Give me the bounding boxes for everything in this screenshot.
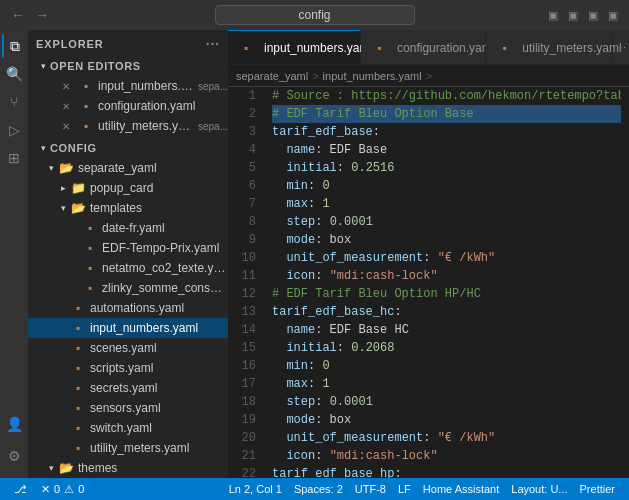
- yaml-icon-auto: ▪: [70, 300, 86, 316]
- warning-count: 0: [78, 483, 84, 495]
- folder-open-icon-templates: 📂: [70, 200, 86, 216]
- sensors-label: sensors.yaml: [90, 401, 161, 415]
- config-arrow: ▾: [36, 143, 50, 153]
- sidebar-tree: ▾ OPEN EDITORS ✕ ▪ input_numbers.yaml se…: [28, 56, 228, 478]
- line-number: 11: [228, 267, 256, 285]
- activity-search[interactable]: 🔍: [2, 62, 26, 86]
- activity-explorer[interactable]: ⧉: [2, 34, 26, 58]
- search-bar[interactable]: config: [215, 5, 415, 25]
- status-prettier[interactable]: Prettier: [574, 478, 621, 500]
- templates-arrow: ▾: [56, 203, 70, 213]
- line-number: 18: [228, 393, 256, 411]
- line-number: 9: [228, 231, 256, 249]
- line-number: 12: [228, 285, 256, 303]
- activity-source-control[interactable]: ⑂: [2, 90, 26, 114]
- status-language[interactable]: Home Assistant: [417, 478, 505, 500]
- tabs-overflow-button[interactable]: ···: [613, 30, 629, 64]
- sidebar-item-automations[interactable]: ▪ automations.yaml: [28, 298, 228, 318]
- layout-btn-2[interactable]: ▣: [565, 7, 581, 23]
- explorer-dots[interactable]: ···: [206, 36, 220, 52]
- sidebar-item-themes[interactable]: ▾ 📂 themes: [28, 458, 228, 478]
- status-errors[interactable]: ✕ 0 ⚠ 0: [35, 478, 90, 500]
- yaml-icon-date-fr: ▪: [82, 220, 98, 236]
- sidebar-item-secrets[interactable]: ▪ secrets.yaml: [28, 378, 228, 398]
- status-layout[interactable]: Layout: U...: [505, 478, 573, 500]
- explorer-title: EXPLORER: [36, 38, 104, 50]
- code-line: # EDF Tarif Bleu Option Base: [272, 105, 621, 123]
- open-editors-arrow: ▾: [36, 61, 50, 71]
- code-editor[interactable]: # Source : https://github.com/hekmon/rte…: [264, 87, 621, 478]
- sidebar-item-scenes[interactable]: ▪ scenes.yaml: [28, 338, 228, 358]
- title-bar-right: ▣ ▣ ▣ ▣: [545, 7, 621, 23]
- zlinky-label: zlinky_somme_conso.yaml: [102, 281, 228, 295]
- sidebar-item-scripts[interactable]: ▪ scripts.yaml: [28, 358, 228, 378]
- yaml-icon-switch: ▪: [70, 420, 86, 436]
- code-line: tarif_edf_base:: [272, 123, 621, 141]
- sidebar-item-edf-tempo[interactable]: ▪ EDF-Tempo-Prix.yaml: [28, 238, 228, 258]
- layout-btn-4[interactable]: ▣: [605, 7, 621, 23]
- breadcrumb-part-2[interactable]: input_numbers.yaml: [323, 70, 422, 82]
- nav-forward-button[interactable]: →: [32, 5, 52, 25]
- activity-extensions[interactable]: ⊞: [2, 146, 26, 170]
- activity-debug[interactable]: ▷: [2, 118, 26, 142]
- open-editors-label: OPEN EDITORS: [50, 60, 141, 72]
- oe-utility-item[interactable]: ✕ ▪ utility_meters.yaml sepa...: [28, 116, 228, 136]
- nav-buttons: ← →: [8, 5, 52, 25]
- activity-account[interactable]: 👤: [2, 412, 26, 436]
- open-editors-header[interactable]: ▾ OPEN EDITORS: [28, 56, 228, 76]
- code-line: initial: 0.2516: [272, 159, 621, 177]
- sidebar-item-input-numbers[interactable]: ▪ input_numbers.yaml: [28, 318, 228, 338]
- activity-bar: ⧉ 🔍 ⑂ ▷ ⊞ 👤 ⚙: [0, 30, 28, 478]
- status-spaces[interactable]: Spaces: 2: [288, 478, 349, 500]
- line-number: 16: [228, 357, 256, 375]
- sidebar-item-utility-meters[interactable]: ▪ utility_meters.yaml: [28, 438, 228, 458]
- breadcrumb-part-1[interactable]: separate_yaml: [236, 70, 308, 82]
- sidebar-item-date-fr[interactable]: ▪ date-fr.yaml: [28, 218, 228, 238]
- status-encoding[interactable]: UTF-8: [349, 478, 392, 500]
- sidebar-item-popup[interactable]: ▸ 📁 popup_card: [28, 178, 228, 198]
- config-label: CONFIG: [50, 142, 97, 154]
- sidebar-item-switch[interactable]: ▪ switch.yaml: [28, 418, 228, 438]
- status-git[interactable]: ⎇: [8, 478, 35, 500]
- close-icon2[interactable]: ✕: [58, 98, 74, 114]
- status-ln-col[interactable]: Ln 2, Col 1: [223, 478, 288, 500]
- breadcrumb-sep-1: >: [312, 70, 318, 82]
- code-line: step: 0.0001: [272, 213, 621, 231]
- yaml-icon-secrets: ▪: [70, 380, 86, 396]
- oe-config-item[interactable]: ✕ ▪ configuration.yaml: [28, 96, 228, 116]
- tab-input-numbers[interactable]: ▪ input_numbers.yaml ✕: [228, 30, 361, 64]
- yaml-icon2: ▪: [78, 98, 94, 114]
- code-line: tarif_edf_base_hc:: [272, 303, 621, 321]
- explorer-header[interactable]: EXPLORER ···: [28, 30, 228, 56]
- oe-input-label: input_numbers.yaml: [98, 79, 194, 93]
- line-number: 20: [228, 429, 256, 447]
- yaml-icon-scenes: ▪: [70, 340, 86, 356]
- sidebar-item-templates[interactable]: ▾ 📂 templates: [28, 198, 228, 218]
- status-eol[interactable]: LF: [392, 478, 417, 500]
- tab-yaml-icon-2: ▪: [371, 40, 387, 56]
- config-header[interactable]: ▾ CONFIG: [28, 138, 228, 158]
- tab-configuration[interactable]: ▪ configuration.yaml ✕: [361, 30, 486, 64]
- sidebar-item-zlinky[interactable]: ▪ zlinky_somme_conso.yaml: [28, 278, 228, 298]
- layout-btn-3[interactable]: ▣: [585, 7, 601, 23]
- line-number: 21: [228, 447, 256, 465]
- sidebar-item-separate[interactable]: ▾ 📂 separate_yaml: [28, 158, 228, 178]
- line-number: 7: [228, 195, 256, 213]
- tab-utility-meters[interactable]: ▪ utility_meters.yaml ✕: [486, 30, 613, 64]
- oe-input-item[interactable]: ✕ ▪ input_numbers.yaml sepa...: [28, 76, 228, 96]
- code-line: tarif_edf_base_hp:: [272, 465, 621, 478]
- line-number: 17: [228, 375, 256, 393]
- layout-btn-1[interactable]: ▣: [545, 7, 561, 23]
- account-icon: 👤: [6, 416, 23, 432]
- sidebar-item-netatmo[interactable]: ▪ netatmo_co2_texte.yaml: [28, 258, 228, 278]
- close-icon3[interactable]: ✕: [58, 118, 74, 134]
- yaml-icon-scripts: ▪: [70, 360, 86, 376]
- folder-icon-popup: 📁: [70, 180, 86, 196]
- yaml-icon-sensors: ▪: [70, 400, 86, 416]
- close-icon[interactable]: ✕: [58, 78, 74, 94]
- sidebar-item-sensors[interactable]: ▪ sensors.yaml: [28, 398, 228, 418]
- yaml-icon-input: ▪: [70, 320, 86, 336]
- activity-settings[interactable]: ⚙: [2, 444, 26, 468]
- nav-back-button[interactable]: ←: [8, 5, 28, 25]
- oe-input-suffix: sepa...: [198, 81, 228, 92]
